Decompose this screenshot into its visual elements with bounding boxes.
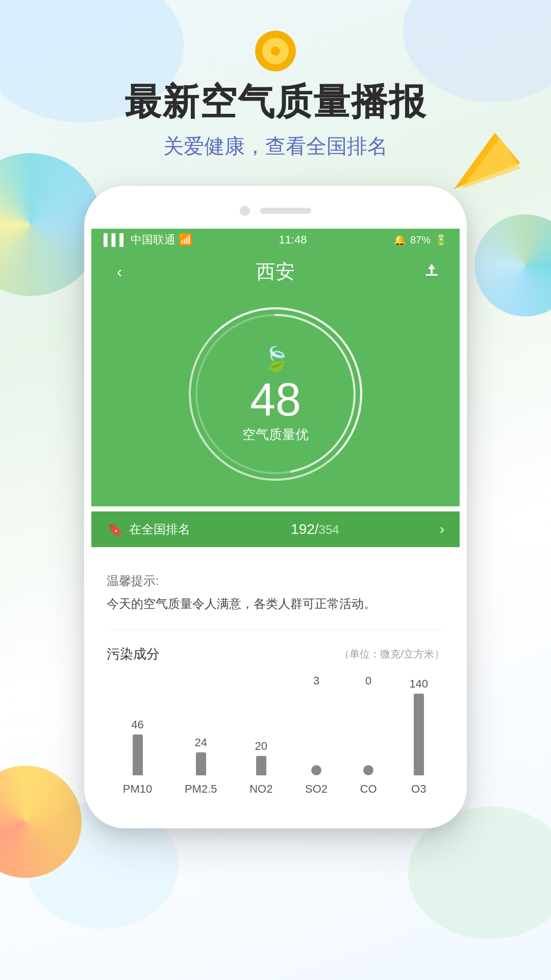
share-button[interactable] bbox=[419, 259, 444, 284]
status-bar: ▌▌▌ 中国联通 📶 11:48 🔔 87% 🔋 bbox=[91, 229, 460, 251]
pollutants-section: 污染成分 （单位：微克/立方米） 46PM1024PM2.520NO23SO20… bbox=[107, 630, 444, 806]
pollutants-unit: （单位：微克/立方米） bbox=[339, 647, 444, 661]
ranking-numbers: 192/354 bbox=[291, 521, 339, 537]
battery-percent: 87% bbox=[410, 234, 431, 246]
bar-visual bbox=[256, 756, 266, 775]
bar-visual bbox=[414, 694, 424, 775]
top-section: 最新空气质量播报 关爱健康，查看全国排名 bbox=[0, 0, 551, 160]
bar-item-pm10: 46PM10 bbox=[123, 718, 152, 796]
bookmark-icon: 🔖 bbox=[107, 522, 123, 537]
ranking-separator: / bbox=[315, 521, 319, 537]
tip-content: 今天的空气质量令人满意，各类人群可正常活动。 bbox=[107, 594, 444, 614]
bar-value: 0 bbox=[365, 674, 371, 688]
content-area: 温馨提示: 今天的空气质量令人满意，各类人群可正常活动。 污染成分 （单位：微克… bbox=[91, 547, 460, 821]
pollutants-title: 污染成分 bbox=[107, 645, 160, 663]
bar-label: SO2 bbox=[305, 782, 328, 796]
bar-value: 24 bbox=[194, 736, 207, 749]
svg-marker-4 bbox=[428, 264, 435, 269]
bar-label: NO2 bbox=[249, 782, 272, 796]
bar-item-o3: 140O3 bbox=[409, 677, 428, 796]
ranking-label: 在全国排名 bbox=[129, 521, 190, 537]
ranking-row[interactable]: 🔖 在全国排名 192/354 › bbox=[91, 511, 460, 547]
bar-value: 3 bbox=[313, 674, 319, 688]
aqi-circle-container: 🍃 48 空气质量优 bbox=[189, 307, 362, 481]
bar-item-co: 0CO bbox=[360, 674, 377, 796]
battery-icon: 🔋 bbox=[435, 234, 447, 246]
bar-item-so2: 3SO2 bbox=[305, 674, 328, 796]
tip-title: 温馨提示: bbox=[107, 573, 444, 589]
bar-label: PM2.5 bbox=[185, 782, 217, 796]
carrier-name: 中国联通 bbox=[131, 232, 176, 248]
pollutants-header: 污染成分 （单位：微克/立方米） bbox=[107, 645, 444, 663]
city-title: 西安 bbox=[256, 259, 295, 285]
phone-mockup: ▌▌▌ 中国联通 📶 11:48 🔔 87% 🔋 ‹ 西安 bbox=[84, 186, 467, 828]
bar-dot bbox=[311, 765, 321, 775]
wifi-icon: 📶 bbox=[179, 233, 192, 247]
status-time: 11:48 bbox=[279, 233, 307, 247]
ranking-current: 192 bbox=[291, 521, 315, 537]
aqi-value: 48 bbox=[250, 377, 301, 423]
bar-value: 20 bbox=[255, 740, 267, 753]
aqi-section: 🍃 48 空气质量优 bbox=[91, 292, 460, 506]
phone-speaker bbox=[260, 208, 311, 214]
status-left: ▌▌▌ 中国联通 📶 bbox=[104, 232, 192, 248]
bar-item-pm2.5: 24PM2.5 bbox=[185, 736, 217, 796]
ranking-total: 354 bbox=[319, 523, 339, 536]
notification-icon bbox=[255, 31, 296, 71]
svg-rect-2 bbox=[425, 274, 438, 276]
alarm-icon: 🔔 bbox=[393, 234, 406, 246]
main-title: 最新空气质量播报 bbox=[0, 82, 551, 122]
bar-value: 46 bbox=[131, 718, 143, 731]
bar-visual bbox=[196, 752, 206, 775]
bar-label: O3 bbox=[411, 782, 426, 796]
chevron-right-icon: › bbox=[440, 521, 444, 537]
bar-label: CO bbox=[360, 782, 377, 796]
phone-camera bbox=[240, 206, 250, 216]
pollutants-bar-chart: 46PM1024PM2.520NO23SO20CO140O3 bbox=[107, 683, 444, 796]
leaf-icon: 🍃 bbox=[261, 345, 290, 373]
bar-label: PM10 bbox=[123, 782, 152, 796]
triangle-decoration bbox=[454, 133, 520, 191]
aqi-label: 空气质量优 bbox=[242, 426, 309, 444]
bar-dot bbox=[363, 765, 373, 775]
tip-section: 温馨提示: 今天的空气质量令人满意，各类人群可正常活动。 bbox=[107, 562, 444, 629]
app-header: ‹ 西安 bbox=[91, 251, 460, 292]
back-button[interactable]: ‹ bbox=[107, 259, 132, 284]
ranking-left: 🔖 在全国排名 bbox=[107, 521, 190, 537]
aqi-circle: 🍃 48 空气质量优 bbox=[189, 307, 362, 481]
status-right: 🔔 87% 🔋 bbox=[393, 234, 447, 246]
phone-notch bbox=[91, 193, 460, 229]
bar-item-no2: 20NO2 bbox=[249, 740, 272, 796]
bar-value: 140 bbox=[409, 677, 428, 691]
signal-icon: ▌▌▌ bbox=[104, 233, 128, 247]
phone-mockup-wrapper: ▌▌▌ 中国联通 📶 11:48 🔔 87% 🔋 ‹ 西安 bbox=[0, 186, 551, 828]
bar-visual bbox=[133, 734, 143, 775]
